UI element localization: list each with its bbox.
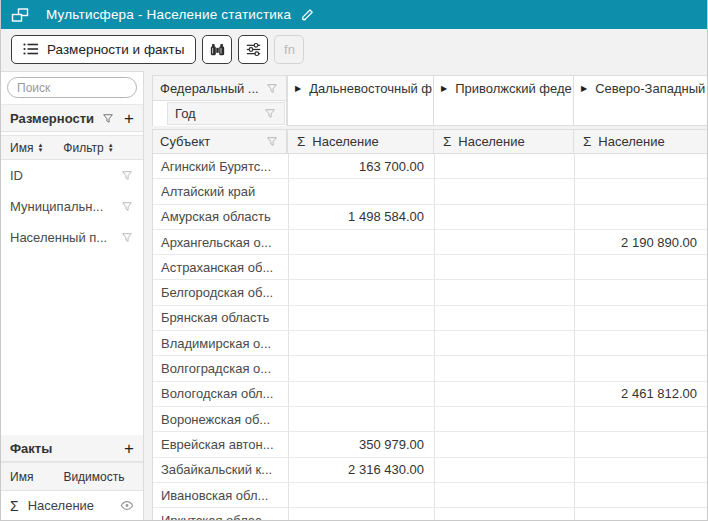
- value-cell[interactable]: [574, 508, 707, 521]
- measure-header-0[interactable]: ΣНаселение: [287, 129, 433, 154]
- value-cell[interactable]: [574, 280, 707, 305]
- row-label[interactable]: Волгоградская о...: [153, 356, 288, 381]
- column-group-0[interactable]: ▶Дальневосточный ф: [287, 76, 433, 125]
- value-cell[interactable]: [288, 179, 434, 204]
- value-cell[interactable]: [574, 306, 707, 331]
- value-cell[interactable]: [288, 382, 434, 407]
- facts-list: ΣНаселение: [1, 491, 143, 520]
- value-cell[interactable]: [288, 306, 434, 331]
- visibility-eye-icon[interactable]: [120, 500, 134, 511]
- value-cell[interactable]: [288, 407, 434, 432]
- value-cell[interactable]: 350 979.00: [288, 432, 434, 457]
- value-cell[interactable]: 2 190 890.00: [574, 230, 707, 255]
- fact-item[interactable]: ΣНаселение: [1, 491, 143, 520]
- value-cell[interactable]: [434, 331, 574, 356]
- value-cell[interactable]: [434, 407, 574, 432]
- dimension-item[interactable]: Населенный п...: [1, 222, 143, 253]
- value-cell[interactable]: [574, 407, 707, 432]
- row-label[interactable]: Белгородская об...: [153, 280, 288, 305]
- dimensions-col-filter[interactable]: Фильтр: [63, 141, 103, 155]
- row-label[interactable]: Брянская область: [153, 306, 288, 331]
- column-group-1[interactable]: ▶Приволжский феде: [433, 76, 573, 125]
- dimension-item[interactable]: ID: [1, 160, 143, 191]
- value-cell[interactable]: [434, 306, 574, 331]
- filter-icon[interactable]: [120, 169, 134, 182]
- row-label[interactable]: Еврейская автон...: [153, 432, 288, 457]
- row-label[interactable]: Владимирская о...: [153, 331, 288, 356]
- value-cell[interactable]: [434, 382, 574, 407]
- year-dimension-cell[interactable]: Год: [167, 102, 285, 125]
- value-cell[interactable]: [434, 230, 574, 255]
- dimensions-section-header: Размерности +: [1, 105, 143, 132]
- edit-title-icon[interactable]: [300, 7, 315, 22]
- value-cell[interactable]: [434, 508, 574, 521]
- value-cell[interactable]: [574, 154, 707, 179]
- measure-header-2[interactable]: ΣНаселение: [573, 129, 707, 154]
- value-cell[interactable]: [434, 255, 574, 280]
- value-cell[interactable]: [434, 179, 574, 204]
- value-cell[interactable]: 163 700.00: [288, 154, 434, 179]
- row-label[interactable]: Забайкальский к...: [153, 458, 288, 483]
- value-cell[interactable]: [434, 432, 574, 457]
- value-cell[interactable]: [574, 205, 707, 230]
- value-cell[interactable]: [288, 483, 434, 508]
- row-label[interactable]: Астраханская об...: [153, 255, 288, 280]
- subject-header-cell[interactable]: Субъект: [152, 129, 287, 154]
- dimensions-col-name[interactable]: Имя: [10, 141, 33, 155]
- row-label[interactable]: Ивановская обл...: [153, 483, 288, 508]
- multisphere-window-icon[interactable]: [11, 7, 29, 23]
- search-binoculars-button[interactable]: [202, 35, 232, 64]
- value-cell[interactable]: [434, 280, 574, 305]
- row-label[interactable]: Иркутская облас...: [153, 508, 288, 521]
- dimensions-filter-icon[interactable]: [101, 112, 115, 125]
- value-cell[interactable]: [434, 458, 574, 483]
- table-row: Вологодская обл...2 461 812.00: [153, 382, 707, 407]
- value-cell[interactable]: [434, 356, 574, 381]
- federal-district-dimension-cell[interactable]: Федеральный ...: [153, 75, 287, 101]
- column-group-2[interactable]: ▶Северо-Западный ф: [573, 76, 707, 125]
- value-cell[interactable]: [288, 508, 434, 521]
- value-cell[interactable]: [574, 255, 707, 280]
- expand-icon[interactable]: ▶: [581, 84, 587, 125]
- row-label[interactable]: Архангельская о...: [153, 230, 288, 255]
- value-cell[interactable]: 2 461 812.00: [574, 382, 707, 407]
- add-fact-button[interactable]: +: [124, 440, 134, 457]
- value-cell[interactable]: [574, 432, 707, 457]
- measure-header-1[interactable]: ΣНаселение: [433, 129, 573, 154]
- value-cell[interactable]: [288, 255, 434, 280]
- row-label[interactable]: Агинский Бурятс...: [153, 154, 288, 179]
- year-filter-icon[interactable]: [263, 107, 277, 120]
- value-cell[interactable]: [574, 483, 707, 508]
- value-cell[interactable]: [288, 331, 434, 356]
- search-input[interactable]: [7, 77, 137, 98]
- value-cell[interactable]: 2 316 430.00: [288, 458, 434, 483]
- value-cell[interactable]: 1 498 584.00: [288, 205, 434, 230]
- filter-icon[interactable]: [120, 200, 134, 213]
- value-cell[interactable]: [574, 356, 707, 381]
- subject-filter-icon[interactable]: [265, 135, 279, 148]
- sort-filter-icon[interactable]: ▲▼: [108, 143, 114, 153]
- row-label[interactable]: Воронежская об...: [153, 407, 288, 432]
- row-label[interactable]: Алтайский край: [153, 179, 288, 204]
- row-label[interactable]: Амурская область: [153, 205, 288, 230]
- value-cell[interactable]: [434, 483, 574, 508]
- value-cell[interactable]: [288, 280, 434, 305]
- add-dimension-button[interactable]: +: [124, 110, 134, 127]
- value-cell[interactable]: [574, 179, 707, 204]
- value-cell[interactable]: [288, 356, 434, 381]
- value-cell[interactable]: [434, 154, 574, 179]
- value-cell[interactable]: [434, 205, 574, 230]
- value-cell[interactable]: [288, 230, 434, 255]
- federal-district-filter-icon[interactable]: [265, 82, 279, 95]
- settings-sliders-button[interactable]: [238, 35, 268, 64]
- row-label[interactable]: Вологодская обл...: [153, 382, 288, 407]
- dimensions-facts-button[interactable]: Размерности и факты: [11, 35, 196, 64]
- value-cell[interactable]: [574, 458, 707, 483]
- fn-formula-button[interactable]: fn: [274, 35, 304, 64]
- sort-name-icon[interactable]: ▲▼: [37, 143, 43, 153]
- value-cell[interactable]: [574, 331, 707, 356]
- dimension-item[interactable]: Муниципальн...: [1, 191, 143, 222]
- expand-icon[interactable]: ▶: [295, 84, 301, 125]
- filter-icon[interactable]: [120, 231, 134, 244]
- expand-icon[interactable]: ▶: [441, 84, 447, 125]
